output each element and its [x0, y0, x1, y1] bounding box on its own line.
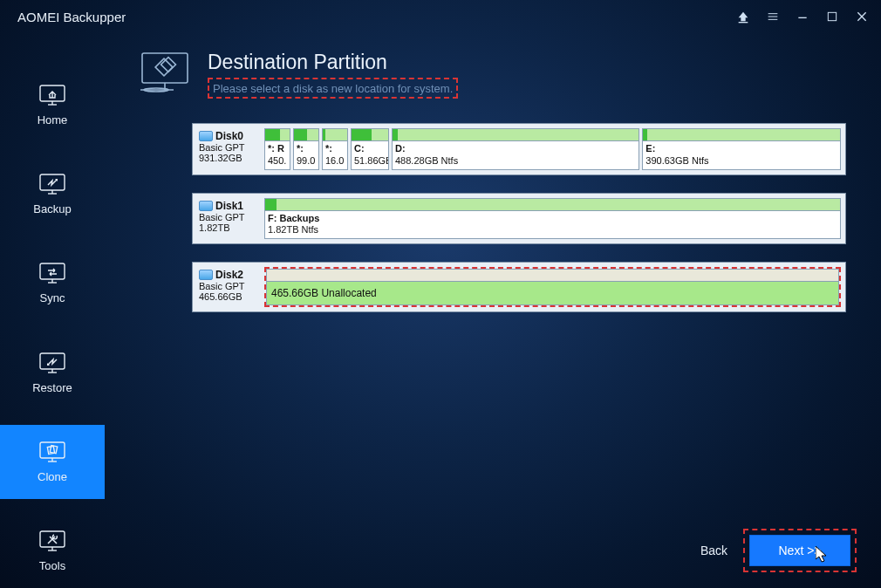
subtitle-highlight: Please select a disk as new location for… [208, 78, 458, 99]
partition-size: 488.28GB Ntfs [395, 155, 458, 166]
partition-label: E: [645, 143, 655, 154]
partition-label: *: R [268, 143, 284, 154]
app-title: AOMEI Backupper [17, 10, 729, 24]
main-pane: Destination Partition Please select a di… [105, 33, 881, 588]
disk-list: Disk0 Basic GPT 931.32GB *: R450. *:99.0 [192, 123, 846, 312]
disk-meta: Disk0 Basic GPT 931.32GB [197, 128, 260, 170]
sidebar-item-label: Tools [39, 559, 65, 572]
svg-rect-23 [40, 442, 65, 458]
sidebar-item-sync[interactable]: Sync [0, 246, 105, 320]
disk-type: Basic GPT [199, 212, 258, 222]
disk-icon [199, 131, 213, 141]
disk-size: 1.82TB [199, 222, 258, 233]
disk-name: Disk1 [215, 200, 243, 212]
next-button-label: Next >> [778, 544, 821, 557]
maximize-button[interactable] [818, 4, 846, 29]
sidebar-item-restore[interactable]: Restore [0, 336, 105, 410]
disk-row-selected[interactable]: Disk2 Basic GPT 465.66GB 465.66GB Unallo… [192, 262, 846, 312]
disk-size: 465.66GB [199, 291, 258, 302]
partition-size: 450. [268, 155, 286, 166]
partition-label: *: [297, 143, 304, 154]
sidebar-item-label: Home [38, 113, 68, 126]
partition-label: D: [395, 143, 406, 154]
partition-label: F: Backups [268, 213, 319, 223]
partition[interactable]: F: Backups1.82TB Ntfs [264, 198, 841, 240]
svg-rect-6 [828, 12, 836, 20]
sidebar-item-label: Backup [33, 202, 71, 215]
svg-rect-1 [739, 22, 748, 23]
partition-size: 1.82TB Ntfs [268, 224, 318, 235]
sidebar-item-clone[interactable]: Clone [0, 425, 105, 499]
page-title: Destination Partition [208, 51, 458, 74]
partition[interactable]: E:390.63GB Ntfs [642, 128, 841, 170]
sidebar-item-home[interactable]: Home [0, 68, 105, 142]
partition[interactable]: *:16.0 [322, 128, 348, 170]
disk-size: 931.32GB [199, 153, 258, 163]
sidebar-item-label: Restore [32, 381, 72, 394]
partition-label: C: [354, 143, 365, 154]
disk-row[interactable]: Disk1 Basic GPT 1.82TB F: Backups1.82TB … [192, 193, 846, 245]
partitions-row: *: R450. *:99.0 *:16.0 C:51.86GB [264, 128, 841, 170]
disk-icon [199, 270, 213, 280]
destination-monitor-icon [140, 51, 190, 92]
next-highlight: Next >> [743, 529, 857, 572]
partitions-row: F: Backups1.82TB Ntfs [264, 198, 841, 240]
monitor-home-icon [38, 84, 67, 106]
disk-type: Basic GPT [199, 142, 258, 153]
titlebar: AOMEI Backupper [0, 0, 881, 33]
disk-name: Disk0 [215, 130, 243, 142]
sidebar-item-backup[interactable]: Backup [0, 157, 105, 231]
partition-size: 390.63GB Ntfs [645, 155, 708, 166]
unallocated-text: 465.66GB Unallocated [267, 282, 838, 304]
monitor-tools-icon [38, 530, 67, 552]
page-subtitle: Please select a disk as new location for… [213, 82, 453, 95]
svg-rect-16 [40, 263, 65, 279]
next-button[interactable]: Next >> [749, 535, 850, 566]
sidebar-item-label: Sync [40, 291, 65, 304]
monitor-backup-icon [38, 173, 67, 195]
monitor-restore-icon [38, 352, 67, 374]
titlebar-controls [729, 4, 876, 29]
footer-actions: Back Next >> [700, 529, 857, 572]
disk-meta: Disk2 Basic GPT 465.66GB [197, 267, 260, 307]
disk-name: Disk2 [215, 269, 243, 281]
sidebar: Home Backup Sync Restore [0, 33, 105, 588]
partition-label: *: [325, 143, 332, 154]
disk-type: Basic GPT [199, 281, 258, 291]
upgrade-icon[interactable] [729, 4, 757, 29]
partition[interactable]: *: R450. [264, 128, 290, 170]
monitor-sync-icon [38, 262, 67, 284]
partition-size: 99.0 [297, 155, 315, 166]
disk-row[interactable]: Disk0 Basic GPT 931.32GB *: R450. *:99.0 [192, 123, 846, 175]
partition-size: 51.86GB [354, 155, 388, 166]
partition[interactable]: D:488.28GB Ntfs [392, 128, 639, 170]
partition-size: 16.0 [325, 155, 344, 166]
minimize-button[interactable] [789, 4, 816, 29]
close-button[interactable] [848, 4, 876, 29]
svg-marker-0 [739, 12, 748, 22]
disk-meta: Disk1 Basic GPT 1.82TB [197, 198, 260, 240]
app-window: AOMEI Backupper [0, 0, 881, 588]
disk-icon [199, 201, 213, 211]
sidebar-item-label: Clone [38, 470, 67, 483]
partition-unallocated[interactable]: 465.66GB Unallocated [266, 269, 839, 305]
back-button[interactable]: Back [700, 544, 727, 557]
sidebar-item-tools[interactable]: Tools [0, 514, 105, 588]
page-header: Destination Partition Please select a di… [140, 51, 855, 99]
partition[interactable]: C:51.86GB [351, 128, 389, 170]
partitions-row: 465.66GB Unallocated [264, 267, 841, 307]
menu-icon[interactable] [759, 4, 787, 29]
monitor-clone-icon [38, 441, 67, 463]
partition[interactable]: *:99.0 [293, 128, 319, 170]
